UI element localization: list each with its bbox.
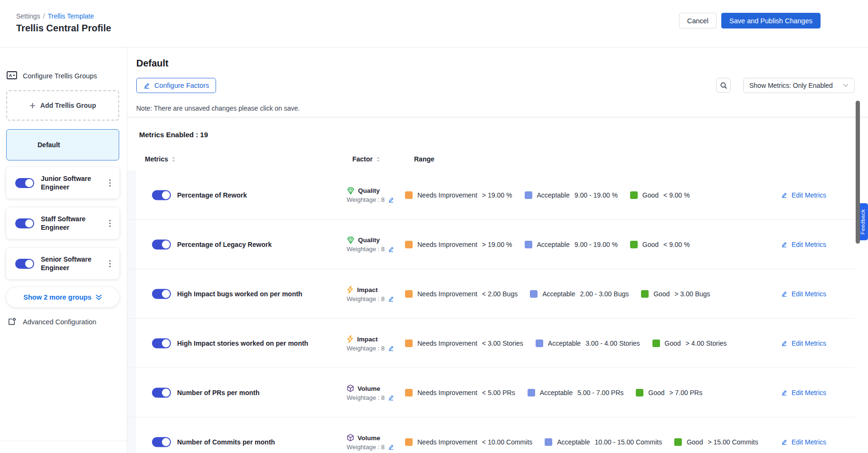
range-level: Acceptable: [537, 191, 570, 199]
group-toggle[interactable]: [15, 218, 34, 228]
range-item: Acceptable 3.00 - 4.00 Stories: [536, 340, 640, 347]
range-color-swatch: [405, 191, 413, 199]
column-header-factor[interactable]: Factor: [352, 153, 380, 165]
range-level: Acceptable: [540, 389, 573, 396]
toggle-knob: [25, 260, 33, 268]
edit-weightage-icon[interactable]: [388, 197, 394, 203]
edit-metrics-label: Edit Metrics: [792, 340, 826, 347]
range-value: 9.00 - 19.00 %: [575, 191, 618, 199]
edit-metrics-label: Edit Metrics: [792, 290, 826, 298]
configure-factors-button[interactable]: Configure Factors: [136, 78, 216, 93]
kebab-menu-icon[interactable]: [106, 257, 114, 270]
group-toggle[interactable]: [15, 259, 34, 269]
edit-weightage-icon[interactable]: [388, 246, 394, 252]
kebab-menu-icon[interactable]: [106, 217, 114, 230]
edit-metrics-link[interactable]: Edit Metrics: [781, 438, 826, 446]
edit-weightage-icon[interactable]: [388, 295, 394, 302]
sidebar-item-default[interactable]: Default: [6, 129, 119, 160]
range-value: 3.00 - 4.00 Stories: [585, 340, 640, 347]
add-trellis-group-button[interactable]: Add Trellis Group: [6, 90, 119, 121]
range-value: < 3.00 Stories: [482, 340, 523, 347]
toggle-knob: [25, 219, 33, 227]
range-cell: Needs Improvement < 5.00 PRs Acceptable …: [405, 389, 818, 396]
range-item: Acceptable 2.00 - 3.00 Bugs: [530, 290, 629, 298]
search-button[interactable]: [716, 78, 731, 93]
range-color-swatch: [405, 241, 413, 248]
toggle-knob: [162, 339, 170, 347]
configure-factors-label: Configure Factors: [154, 82, 209, 89]
metric-toggle[interactable]: [152, 437, 171, 447]
kebab-menu-icon[interactable]: [106, 177, 114, 189]
range-level: Good: [687, 438, 703, 446]
impact-factor-icon: [347, 285, 354, 293]
sidebar-group-card[interactable]: Staff Software Engineer: [6, 208, 119, 239]
metric-toggle[interactable]: [152, 289, 171, 299]
range-color-swatch: [405, 389, 413, 396]
weightage-label: Weightage : 8: [347, 295, 385, 302]
range-item: Good > 3.00 Bugs: [641, 290, 710, 298]
sort-icon[interactable]: [376, 156, 380, 162]
range-cell: Needs Improvement > 19.00 % Acceptable 9…: [405, 241, 818, 248]
range-color-swatch: [630, 241, 638, 248]
table-row: High Impact bugs worked on per month Imp…: [127, 269, 855, 319]
volume-factor-icon: [347, 434, 354, 442]
range-value: < 5.00 PRs: [482, 389, 515, 396]
metric-toggle[interactable]: [152, 387, 171, 397]
cancel-button[interactable]: Cancel: [679, 13, 717, 28]
edit-metrics-link[interactable]: Edit Metrics: [781, 241, 826, 248]
breadcrumb-trellis-template[interactable]: Trellis Template: [47, 12, 94, 20]
group-name: Junior Software Engineer: [41, 174, 103, 191]
save-and-publish-button[interactable]: Save and Publish Changes: [721, 13, 821, 28]
page-header: Settings/Trellis Template Trellis Centra…: [0, 0, 868, 47]
column-label: Metrics: [145, 155, 168, 163]
edit-metrics-label: Edit Metrics: [792, 191, 826, 199]
sidebar-group-card[interactable]: Senior Software Engineer: [6, 248, 119, 279]
sidebar-group-card[interactable]: Junior Software Engineer: [6, 167, 119, 198]
sidebar: A Configure Trellis Groups Add Trellis G…: [0, 47, 127, 453]
edit-metrics-link[interactable]: Edit Metrics: [781, 191, 826, 199]
group-list: Junior Software Engineer Staff Software …: [6, 167, 119, 288]
range-item: Needs Improvement > 19.00 %: [405, 241, 512, 248]
column-label: Factor: [352, 155, 373, 163]
range-color-swatch: [405, 340, 413, 347]
range-color-swatch: [530, 290, 538, 298]
metric-name: High Impact stories worked on per month: [177, 340, 343, 347]
range-value: < 9.00 %: [663, 191, 690, 199]
range-level: Acceptable: [557, 438, 590, 446]
table-row: Number of Commits per month Volume Weigh…: [127, 417, 855, 453]
sort-icon[interactable]: [171, 156, 176, 162]
range-value: > 15.00 Commits: [708, 438, 758, 446]
show-metrics-dropdown[interactable]: Show Metrics: Only Enabled: [743, 78, 855, 93]
metric-name: Percentage of Legacy Rework: [177, 241, 343, 248]
range-item: Acceptable 10.00 - 15.00 Commits: [545, 438, 662, 446]
group-toggle[interactable]: [15, 178, 34, 188]
range-value: > 19.00 %: [482, 241, 512, 248]
show-more-groups-button[interactable]: Show 2 more groups: [6, 287, 119, 307]
range-item: Good < 9.00 %: [630, 191, 690, 199]
column-header-range: Range: [414, 153, 434, 165]
edit-weightage-icon[interactable]: [388, 394, 394, 400]
range-item: Acceptable 9.00 - 19.00 %: [525, 241, 618, 248]
breadcrumb-settings[interactable]: Settings: [16, 12, 40, 20]
toggle-knob: [162, 438, 170, 446]
metric-name: Number of Commits per month: [177, 438, 343, 446]
vertical-scrollbar[interactable]: [856, 101, 860, 244]
edit-metrics-link[interactable]: Edit Metrics: [781, 290, 826, 298]
edit-weightage-icon[interactable]: [388, 345, 394, 351]
metric-toggle[interactable]: [152, 239, 171, 249]
advanced-configuration-link[interactable]: Advanced Configuration: [7, 317, 96, 327]
edit-metrics-link[interactable]: Edit Metrics: [781, 340, 826, 347]
edit-weightage-icon[interactable]: [388, 444, 394, 450]
column-header-metrics[interactable]: Metrics: [145, 153, 176, 165]
search-icon: [720, 82, 727, 89]
metric-toggle[interactable]: [152, 338, 171, 348]
metric-toggle[interactable]: [152, 190, 171, 200]
range-level: Acceptable: [542, 290, 575, 298]
edit-metrics-link[interactable]: Edit Metrics: [781, 389, 826, 396]
toggle-knob: [25, 179, 33, 187]
range-value: > 7.00 PRs: [670, 389, 703, 396]
edit-metrics-label: Edit Metrics: [792, 438, 826, 446]
range-color-swatch: [525, 191, 532, 199]
svg-text:A: A: [9, 73, 12, 78]
range-value: < 2.00 Bugs: [482, 290, 518, 298]
